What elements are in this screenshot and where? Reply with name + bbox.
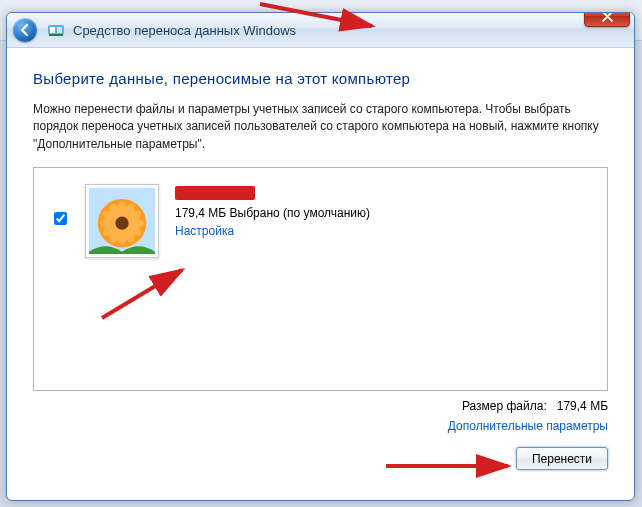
flower-icon (89, 188, 155, 254)
close-icon (602, 12, 613, 22)
button-row: Перенести (33, 433, 608, 470)
svg-rect-3 (57, 27, 62, 33)
account-row: 179,4 МБ Выбрано (по умолчанию) Настройк… (48, 184, 593, 258)
account-details: 179,4 МБ Выбрано (по умолчанию) Настройк… (175, 184, 370, 238)
close-button[interactable] (584, 12, 630, 27)
svg-point-12 (115, 217, 128, 230)
file-size-value: 179,4 МБ (557, 399, 608, 413)
account-checkbox[interactable] (54, 212, 67, 225)
footer: Размер файла: 179,4 МБ Дополнительные па… (33, 391, 608, 433)
advanced-options-link[interactable]: Дополнительные параметры (448, 419, 608, 433)
account-selected-size: 179,4 МБ Выбрано (по умолчанию) (175, 206, 370, 220)
svg-rect-2 (50, 27, 55, 33)
app-icon (47, 21, 65, 39)
transfer-button[interactable]: Перенести (516, 447, 608, 470)
file-size-line: Размер файла: 179,4 МБ (462, 399, 608, 413)
instructions-text: Можно перенести файлы и параметры учетны… (33, 101, 608, 153)
customize-link[interactable]: Настройка (175, 224, 234, 238)
arrow-left-icon (18, 23, 32, 37)
client-area: Выберите данные, переносимые на этот ком… (7, 48, 634, 500)
window-title: Средство переноса данных Windows (73, 23, 296, 38)
titlebar: Средство переноса данных Windows (7, 13, 634, 48)
page-heading: Выберите данные, переносимые на этот ком… (33, 70, 608, 87)
wizard-window: Средство переноса данных Windows Выберит… (6, 12, 635, 501)
accounts-listbox: 179,4 МБ Выбрано (по умолчанию) Настройк… (33, 167, 608, 391)
account-name-redacted (175, 186, 255, 200)
back-button[interactable] (13, 18, 37, 42)
account-avatar (85, 184, 159, 258)
file-size-label: Размер файла: (462, 399, 547, 413)
